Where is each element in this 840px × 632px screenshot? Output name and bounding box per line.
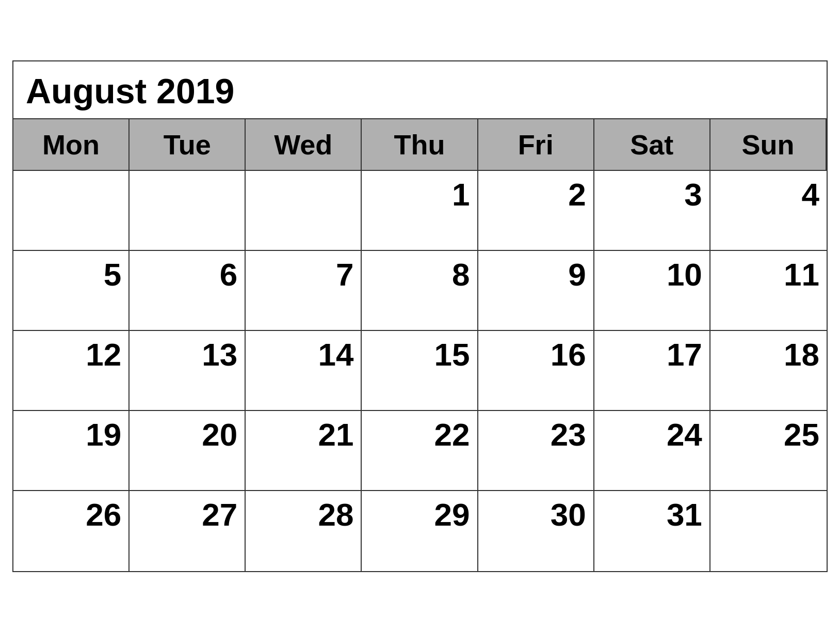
day-cell: 29	[362, 491, 478, 571]
day-cell: 10	[594, 251, 710, 331]
day-cell: 4	[710, 171, 827, 251]
header-tue: Tue	[130, 119, 246, 171]
day-cell: 30	[478, 491, 594, 571]
day-cell: 22	[362, 411, 478, 491]
day-cell	[246, 171, 362, 251]
day-cell: 28	[246, 491, 362, 571]
calendar: August 2019 Mon Tue Wed Thu Fri Sat Sun …	[12, 60, 828, 572]
day-cell: 27	[130, 491, 246, 571]
day-cell: 18	[710, 331, 827, 411]
header-wed: Wed	[246, 119, 362, 171]
day-cell	[13, 171, 130, 251]
day-cell: 6	[130, 251, 246, 331]
day-cell: 9	[478, 251, 594, 331]
day-cell: 11	[710, 251, 827, 331]
day-cell: 31	[594, 491, 710, 571]
day-cell: 5	[13, 251, 130, 331]
day-cell: 19	[13, 411, 130, 491]
day-cell: 21	[246, 411, 362, 491]
day-cell: 3	[594, 171, 710, 251]
day-cell: 25	[710, 411, 827, 491]
day-cell: 2	[478, 171, 594, 251]
calendar-title: August 2019	[13, 61, 827, 119]
day-cell: 15	[362, 331, 478, 411]
day-cell	[710, 491, 827, 571]
day-cell: 24	[594, 411, 710, 491]
header-sun: Sun	[710, 119, 827, 171]
day-cell	[130, 171, 246, 251]
day-cell: 7	[246, 251, 362, 331]
day-cell: 17	[594, 331, 710, 411]
calendar-grid: Mon Tue Wed Thu Fri Sat Sun 1 2 3 4 5 6 …	[13, 119, 827, 571]
day-cell: 20	[130, 411, 246, 491]
day-cell: 14	[246, 331, 362, 411]
day-cell: 26	[13, 491, 130, 571]
day-cell: 12	[13, 331, 130, 411]
day-cell: 16	[478, 331, 594, 411]
header-sat: Sat	[594, 119, 710, 171]
header-thu: Thu	[362, 119, 478, 171]
day-cell: 13	[130, 331, 246, 411]
day-cell: 23	[478, 411, 594, 491]
header-fri: Fri	[478, 119, 594, 171]
day-cell: 1	[362, 171, 478, 251]
header-mon: Mon	[13, 119, 130, 171]
day-cell: 8	[362, 251, 478, 331]
